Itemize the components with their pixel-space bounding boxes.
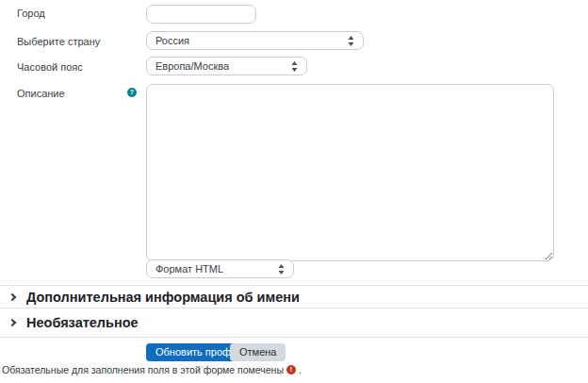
required-fields-note: Обязательные для заполнения поля в этой … xyxy=(2,364,302,375)
city-label: Город xyxy=(17,7,45,20)
section-title: Дополнительная информация об имени xyxy=(26,290,300,305)
country-label: Выберите страну xyxy=(17,35,100,48)
divider xyxy=(0,308,588,308)
required-icon: ! xyxy=(286,365,296,375)
description-textarea[interactable] xyxy=(146,84,554,261)
country-select[interactable]: Россия xyxy=(146,31,364,50)
select-updown-icon xyxy=(278,264,285,275)
timezone-select[interactable]: Европа/Москва xyxy=(146,57,307,75)
text-format-select[interactable]: Формат HTML xyxy=(146,259,294,278)
description-label: Описание xyxy=(17,87,65,100)
help-icon[interactable]: ? xyxy=(127,88,137,97)
select-updown-icon xyxy=(348,36,354,46)
city-input[interactable] xyxy=(146,5,256,24)
chevron-right-icon xyxy=(8,292,16,300)
select-updown-icon xyxy=(291,61,298,72)
chevron-right-icon xyxy=(8,319,16,326)
country-select-value: Россия xyxy=(155,35,189,46)
text-format-select-value: Формат HTML xyxy=(155,263,223,275)
timezone-label: Часовой пояс xyxy=(17,60,83,74)
divider xyxy=(0,337,588,338)
timezone-select-value: Европа/Москва xyxy=(155,60,229,72)
section-additional-names[interactable]: Дополнительная информация об имени xyxy=(0,286,588,308)
required-note-text: Обязательные для заполнения поля в этой … xyxy=(2,364,284,375)
section-optional[interactable]: Необязательное xyxy=(0,309,588,336)
section-title: Необязательное xyxy=(26,315,139,330)
cancel-button[interactable]: Отмена xyxy=(230,343,286,361)
required-note-suffix: . xyxy=(299,364,302,375)
profile-edit-form: Город Выберите страну Россия Часовой поя… xyxy=(0,0,588,383)
